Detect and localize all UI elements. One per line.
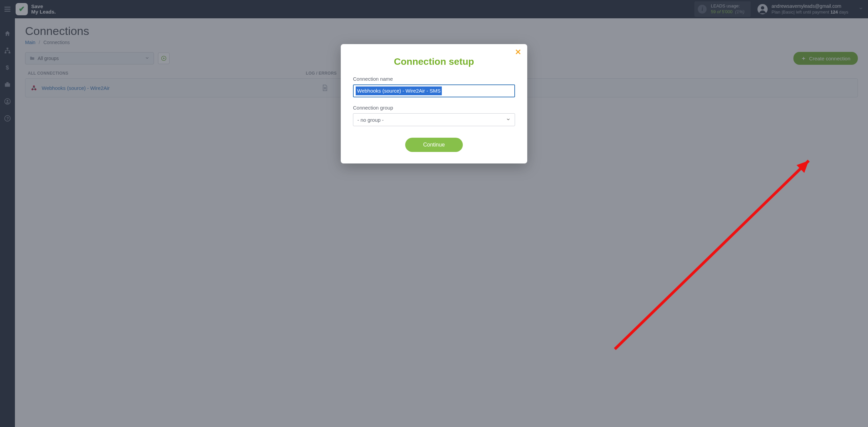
modal-title: Connection setup xyxy=(353,56,515,67)
modal-close-button[interactable] xyxy=(515,49,521,56)
connection-name-label: Connection name xyxy=(353,76,515,82)
continue-button[interactable]: Continue xyxy=(405,138,463,152)
connection-name-input[interactable] xyxy=(353,84,515,97)
continue-label: Continue xyxy=(423,142,445,148)
chevron-down-icon xyxy=(506,117,511,123)
connection-group-select[interactable]: - no group - xyxy=(353,113,515,126)
connection-group-label: Connection group xyxy=(353,105,515,111)
connection-group-value: - no group - xyxy=(357,117,384,123)
connection-setup-modal: Connection setup Connection name Webhook… xyxy=(341,44,527,163)
close-icon xyxy=(515,49,521,55)
